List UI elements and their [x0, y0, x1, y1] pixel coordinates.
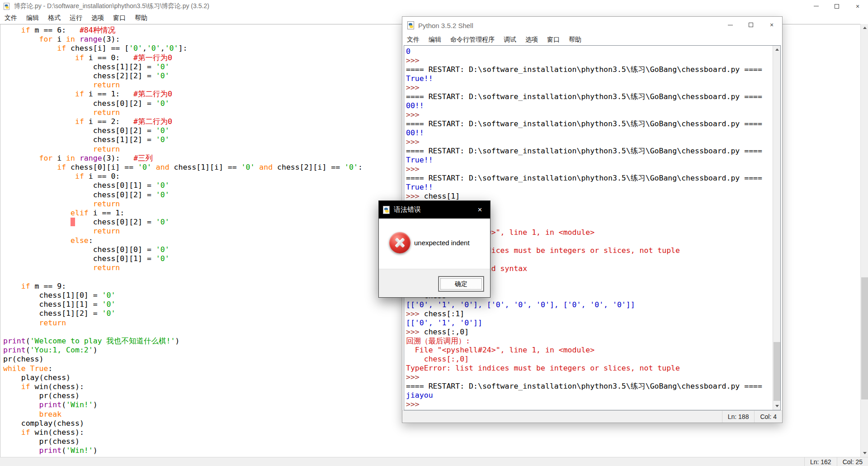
error-icon: [389, 232, 410, 253]
shell-menu-item-0[interactable]: 文件: [402, 34, 424, 45]
shell-line: [['0', '1', '0']]: [406, 319, 773, 328]
shell-window-title: Python 3.5.2 Shell: [418, 22, 473, 29]
shell-menu-item-2[interactable]: 命令行管理程序: [446, 34, 499, 45]
shell-close-button[interactable]: ×: [761, 17, 782, 33]
shell-line: >>>: [406, 373, 773, 382]
minimize-button[interactable]: [806, 0, 826, 12]
scroll-down-arrow[interactable]: [773, 402, 781, 410]
shell-menubar: 文件编辑命令行管理程序调试选项窗口帮助: [402, 34, 782, 45]
shell-line: >>> chess[1]: [406, 192, 773, 201]
shell-line: ==== RESTART: D:\software_installation\p…: [406, 147, 773, 156]
shell-line: chess[:,0]: [406, 355, 773, 364]
editor-menu-item-4[interactable]: 选项: [87, 12, 108, 24]
shell-menu-item-4[interactable]: 选项: [521, 34, 542, 45]
dialog-titlebar: 语法错误 ×: [379, 201, 490, 219]
editor-column-indicator: Col: 25: [837, 457, 868, 466]
shell-line: True!!: [406, 183, 773, 192]
maximize-button[interactable]: [826, 0, 847, 12]
shell-line: jiayou: [406, 391, 773, 400]
dialog-message: unexpected indent: [414, 239, 470, 247]
maximize-icon: [835, 4, 839, 9]
idle-app-icon: [383, 206, 390, 214]
shell-line: 回溯（最后调用）:: [406, 337, 773, 346]
shell-line: 00!!: [406, 101, 773, 110]
close-icon: ×: [770, 22, 774, 28]
dialog-footer: 确定: [379, 269, 490, 297]
shell-line: 00!!: [406, 128, 773, 138]
shell-menu-item-1[interactable]: 编辑: [424, 34, 446, 45]
shell-line: TypeError: list indices must be integers…: [406, 364, 773, 373]
dialog-body: unexpected indent: [379, 219, 490, 270]
shell-line: >>>: [406, 400, 773, 409]
scroll-up-arrow[interactable]: [773, 46, 781, 53]
editor-window-title: 博弈论.py - D:\software_installation\phytho…: [14, 2, 209, 10]
editor-menu-item-1[interactable]: 编辑: [22, 12, 43, 24]
syntax-error-dialog: 语法错误 × unexpected indent 确定: [378, 200, 491, 298]
minimize-icon: [814, 6, 819, 6]
shell-maximize-button[interactable]: [741, 17, 761, 33]
editor-statusbar: Ln: 162 Col: 25: [0, 457, 868, 466]
code-line: if win(chess):: [3, 428, 860, 437]
editor-line-indicator: Ln: 162: [804, 457, 837, 466]
shell-line: >>>: [406, 138, 773, 147]
dialog-title: 语法错误: [394, 205, 421, 214]
shell-line: True!!: [406, 156, 773, 165]
editor-menu-item-6[interactable]: 帮助: [130, 12, 152, 24]
close-icon: ×: [856, 3, 859, 10]
shell-line: >>>: [406, 83, 773, 92]
shell-menu-item-6[interactable]: 帮助: [564, 34, 586, 45]
shell-line: ==== RESTART: D:\software_installation\p…: [406, 382, 773, 391]
dialog-close-button[interactable]: ×: [470, 201, 490, 219]
shell-line: >>> chess[:1]: [406, 309, 773, 319]
editor-menu-item-3[interactable]: 运行: [65, 12, 87, 24]
shell-line: >>> chess[:,0]: [406, 328, 773, 337]
shell-line: ==== RESTART: D:\software_installation\p…: [406, 65, 773, 74]
shell-line: True!!: [406, 74, 773, 83]
idle-app-icon: [4, 3, 9, 10]
shell-line: >>>: [406, 56, 773, 65]
close-icon: ×: [478, 205, 482, 214]
editor-scroll-thumb[interactable]: [861, 277, 868, 399]
shell-vertical-scrollbar[interactable]: [773, 46, 780, 410]
shell-line: >>>: [406, 110, 773, 119]
code-line: print('Win!'): [3, 446, 860, 455]
scroll-up-arrow[interactable]: [861, 24, 868, 32]
minimize-icon: [728, 25, 733, 25]
shell-line: File "<pyshell#24>", line 1, in <module>: [406, 346, 773, 355]
shell-menu-item-3[interactable]: 调试: [499, 34, 521, 45]
close-button[interactable]: ×: [847, 0, 868, 12]
shell-line: ==== RESTART: D:\software_installation\p…: [406, 174, 773, 183]
shell-titlebar: Python 3.5.2 Shell ×: [402, 17, 782, 34]
shell-line: ==== RESTART: D:\software_installation\p…: [406, 119, 773, 128]
scroll-down-arrow[interactable]: [861, 449, 868, 457]
editor-titlebar: 博弈论.py - D:\software_installation\phytho…: [0, 0, 868, 12]
idle-app-icon: [407, 21, 414, 29]
shell-line: [['0', '1', '0'], ['0', '0', '0'], ['0',…: [406, 300, 773, 309]
shell-line: ==== RESTART: D:\software_installation\p…: [406, 92, 773, 101]
maximize-icon: [749, 23, 753, 27]
shell-statusbar: Ln: 188 Col: 4: [402, 410, 782, 423]
shell-menu-item-5[interactable]: 窗口: [542, 34, 564, 45]
shell-line: 0: [406, 47, 773, 56]
shell-line-indicator: Ln: 188: [722, 411, 755, 423]
ok-button[interactable]: 确定: [439, 276, 484, 291]
shell-scroll-thumb[interactable]: [774, 342, 780, 401]
shell-line: >>>: [406, 165, 773, 174]
editor-vertical-scrollbar[interactable]: [860, 24, 868, 457]
editor-menu-item-2[interactable]: 格式: [43, 12, 65, 24]
shell-minimize-button[interactable]: [720, 17, 741, 33]
editor-menu-item-0[interactable]: 文件: [0, 12, 22, 24]
editor-menu-item-5[interactable]: 窗口: [108, 12, 130, 24]
code-line: pr(chess): [3, 437, 860, 446]
shell-column-indicator: Col: 4: [754, 411, 782, 423]
